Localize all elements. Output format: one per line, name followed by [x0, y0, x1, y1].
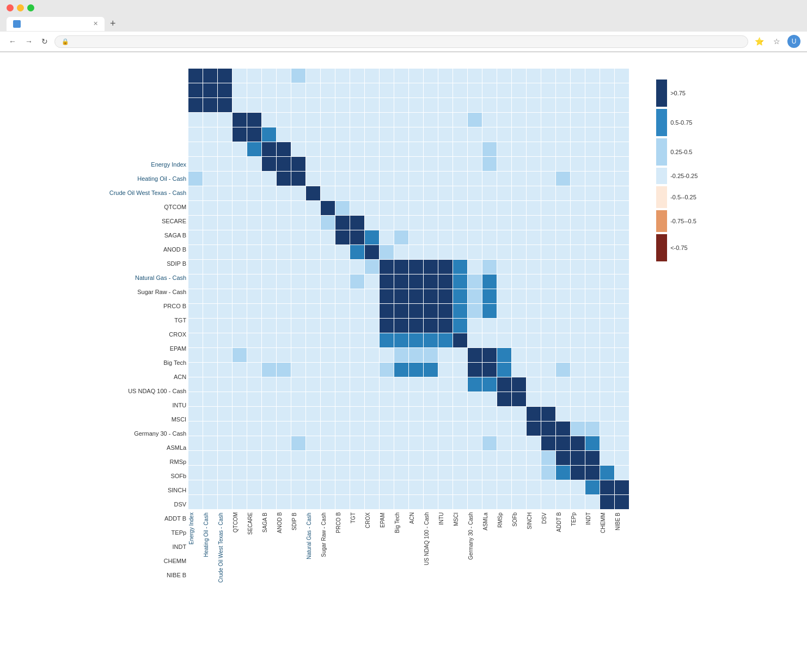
cell-24-2: [218, 421, 232, 436]
cell-26-18: [453, 451, 467, 465]
cell-3-0: [188, 113, 203, 127]
cell-11-27: [585, 230, 600, 245]
cell-18-27: [585, 333, 600, 347]
cell-11-15: [409, 230, 423, 245]
cell-11-6: [277, 230, 291, 245]
cell-16-14: [394, 304, 408, 318]
cell-20-17: [438, 363, 453, 377]
cell-24-14: [394, 421, 408, 436]
cell-1-4: [247, 83, 261, 97]
cell-8-9: [321, 186, 335, 200]
cell-29-29: [615, 495, 629, 509]
address-bar[interactable]: 🔒: [54, 35, 748, 48]
cell-4-26: [571, 127, 585, 142]
bookmark-icon[interactable]: ☆: [770, 35, 783, 48]
cell-17-25: [556, 319, 570, 333]
cell-24-27: [585, 421, 600, 436]
cell-2-3: [233, 98, 247, 112]
profile-icon[interactable]: U: [787, 35, 800, 48]
cell-12-4: [247, 245, 261, 259]
cell-21-11: [350, 377, 364, 392]
cell-3-12: [365, 113, 379, 127]
cell-29-22: [512, 495, 526, 509]
cell-14-29: [615, 274, 629, 289]
new-tab-button[interactable]: +: [107, 16, 119, 32]
cell-0-4: [247, 69, 261, 83]
cell-14-18: [453, 274, 467, 289]
cell-13-29: [615, 260, 629, 274]
back-button[interactable]: ←: [7, 36, 19, 47]
cell-6-23: [527, 157, 541, 171]
cell-2-0: [188, 98, 203, 112]
cell-13-0: [188, 260, 203, 274]
cell-12-2: [218, 245, 232, 259]
cell-16-24: [541, 304, 555, 318]
cell-20-13: [380, 363, 394, 377]
cell-22-9: [321, 392, 335, 406]
cell-3-2: [218, 113, 232, 127]
cell-12-5: [262, 245, 276, 259]
cell-19-25: [556, 348, 570, 362]
reload-button[interactable]: ↻: [39, 36, 50, 47]
cell-2-28: [600, 98, 614, 112]
cell-8-26: [571, 186, 585, 200]
cell-20-1: [203, 363, 217, 377]
maximize-button[interactable]: [27, 4, 34, 11]
cell-19-6: [277, 348, 291, 362]
cell-14-2: [218, 274, 232, 289]
cell-25-13: [380, 436, 394, 450]
cell-18-6: [277, 333, 291, 347]
cell-6-9: [321, 157, 335, 171]
cell-27-14: [394, 466, 408, 480]
cell-3-8: [306, 113, 320, 127]
cell-0-27: [585, 69, 600, 83]
browser-tab[interactable]: ✕: [7, 17, 105, 31]
row-label-26: TEPp: [109, 526, 186, 540]
cell-7-16: [424, 172, 438, 186]
cell-2-10: [335, 98, 350, 112]
cell-21-4: [247, 377, 261, 392]
cell-29-27: [585, 495, 600, 509]
cell-8-10: [335, 186, 350, 200]
cell-14-20: [482, 274, 497, 289]
cell-26-1: [203, 451, 217, 465]
cell-11-28: [600, 230, 614, 245]
cell-18-16: [424, 333, 438, 347]
cell-15-0: [188, 289, 203, 303]
tab-close-icon[interactable]: ✕: [93, 20, 98, 27]
matrix-wrapper: Energy IndexHeating Oil - CashCrude Oil …: [109, 69, 629, 668]
cell-1-0: [188, 83, 203, 97]
cell-3-29: [615, 113, 629, 127]
cell-0-19: [468, 69, 482, 83]
cell-8-16: [424, 186, 438, 200]
cell-15-5: [262, 289, 276, 303]
cell-17-24: [541, 319, 555, 333]
extensions-icon[interactable]: ⭐: [753, 35, 766, 48]
col-label-13: EPAM: [380, 511, 394, 582]
cell-9-15: [409, 201, 423, 215]
cell-29-0: [188, 495, 203, 509]
close-button[interactable]: [7, 4, 14, 11]
col-label-25: ADDT B: [556, 511, 570, 582]
cell-4-5: [262, 127, 276, 142]
cell-28-17: [438, 480, 453, 494]
cell-7-3: [233, 172, 247, 186]
forward-button[interactable]: →: [23, 36, 35, 47]
cell-2-17: [438, 98, 453, 112]
cell-28-11: [350, 480, 364, 494]
legend-label-5: -0.75--0.5: [670, 218, 696, 224]
cell-29-20: [482, 495, 497, 509]
cell-11-10: [335, 230, 350, 245]
browser-tab-bar: ✕ +: [0, 16, 807, 32]
cell-28-28: [600, 480, 614, 494]
cell-9-20: [482, 201, 497, 215]
cell-11-8: [306, 230, 320, 245]
cell-6-14: [394, 157, 408, 171]
cell-22-1: [203, 392, 217, 406]
cell-26-9: [321, 451, 335, 465]
cell-11-17: [438, 230, 453, 245]
minimize-button[interactable]: [17, 4, 24, 11]
cell-14-8: [306, 274, 320, 289]
cell-25-20: [482, 436, 497, 450]
legend-swatch-0: [656, 80, 667, 107]
